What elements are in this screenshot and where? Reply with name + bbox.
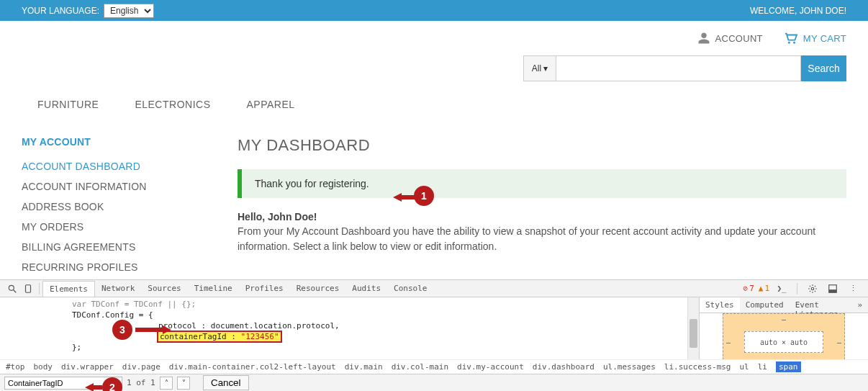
alert-text: Thank you for registering. [255, 178, 369, 189]
sidebar-item-account-info[interactable]: ACCOUNT INFORMATION [22, 176, 238, 197]
nav-item-electronics[interactable]: ELECTRONICS [135, 99, 210, 110]
sidebar-item-recurring[interactable]: RECURRING PROFILES [22, 257, 238, 277]
svg-point-0 [788, 42, 790, 44]
devtools-tab-timeline[interactable]: Timeline [188, 281, 239, 296]
success-alert: Thank you for registering. [238, 169, 846, 198]
find-cancel-button[interactable]: Cancel [203, 375, 249, 390]
svg-point-6 [811, 287, 814, 290]
devtools-tab-sources[interactable]: Sources [141, 281, 187, 296]
nav-item-furniture[interactable]: FURNITURE [37, 99, 99, 110]
devtools-tab-audits[interactable]: Audits [345, 281, 387, 296]
search-row: All ▾ Search [0, 55, 868, 89]
annotation-arrow-1 [393, 190, 415, 207]
devtools-findbar: 1 of 1 ˄ ˅ Cancel [0, 374, 868, 391]
annotation-callout-1: 1 [414, 186, 434, 206]
svg-rect-8 [829, 289, 837, 292]
sidebar-title: MY ACCOUNT [22, 136, 238, 148]
box-model: – – – – auto × auto [700, 313, 868, 359]
devtools-tab-network[interactable]: Network [95, 281, 141, 296]
event-listeners-tab[interactable]: Event Listeners [790, 297, 852, 313]
inspect-icon[interactable] [4, 281, 20, 297]
sidebar-item-address-book[interactable]: ADDRESS BOOK [22, 197, 238, 217]
account-link[interactable]: ACCOUNT [697, 32, 762, 45]
svg-point-3 [9, 285, 14, 290]
svg-line-4 [14, 289, 17, 292]
sidebar-item-dashboard[interactable]: ACCOUNT DASHBOARD [22, 156, 238, 176]
device-icon[interactable] [20, 281, 36, 297]
header-links: ACCOUNT MY CART [0, 21, 868, 55]
error-badge[interactable]: ⊘7 [743, 284, 754, 293]
dock-icon[interactable] [825, 281, 841, 297]
svg-rect-5 [26, 284, 31, 292]
search-button[interactable]: Search [801, 55, 846, 81]
language-select[interactable]: English [104, 4, 154, 18]
devtools-tab-profiles[interactable]: Profiles [239, 281, 290, 296]
svg-marker-9 [135, 325, 171, 334]
computed-tab[interactable]: Computed [740, 297, 790, 313]
sidebar-item-my-orders[interactable]: MY ORDERS [22, 217, 238, 237]
devtools-tab-resources[interactable]: Resources [290, 281, 346, 296]
search-input[interactable] [556, 55, 801, 81]
find-next-button[interactable]: ˅ [177, 377, 190, 390]
drawer-icon[interactable]: ❯_ [774, 281, 790, 297]
devtools-styles-pane: Styles Computed Event Listeners » – – – … [699, 297, 868, 359]
highlighted-code: containerTagId : "123456" [158, 332, 281, 341]
scrollbar[interactable] [687, 297, 699, 359]
annotation-3: 3 [112, 320, 171, 340]
top-bar: YOUR LANGUAGE: English WELCOME, JOHN DOE… [0, 0, 868, 21]
devtools-tabbar: Elements Network Sources Timeline Profil… [0, 280, 868, 297]
account-sidebar: MY ACCOUNT ACCOUNT DASHBOARD ACCOUNT INF… [22, 136, 238, 277]
page-heading: MY DASHBOARD [238, 136, 846, 155]
more-icon[interactable]: ⋮ [845, 281, 861, 297]
chevron-down-icon: ▾ [543, 63, 548, 73]
dashboard-description: From your My Account Dashboard you have … [238, 224, 846, 254]
svg-marker-10 [85, 383, 102, 391]
breadcrumb-selected[interactable]: span [776, 361, 801, 372]
svg-point-1 [793, 42, 795, 44]
find-counter: 1 of 1 [127, 378, 155, 387]
settings-icon[interactable] [805, 281, 820, 297]
devtools-tab-elements[interactable]: Elements [42, 281, 95, 297]
annotation-2: 2 [85, 377, 122, 391]
svg-marker-2 [393, 193, 415, 202]
cart-icon [783, 32, 799, 45]
sidebar-item-billing[interactable]: BILLING AGREEMENTS [22, 237, 238, 257]
warning-badge[interactable]: ▲1 [759, 284, 769, 293]
main-nav: FURNITURE ELECTRONICS APPAREL [0, 89, 868, 120]
styles-tab[interactable]: Styles [700, 297, 740, 313]
devtools-source-pane[interactable]: var TDConf = TDConf || {}; TDConf.Config… [0, 297, 687, 359]
language-label: YOUR LANGUAGE: [22, 6, 99, 16]
nav-item-apparel[interactable]: APPAREL [246, 99, 294, 110]
main-content: MY DASHBOARD Thank you for registering. … [238, 136, 846, 277]
devtools-tab-console[interactable]: Console [387, 281, 433, 296]
styles-more[interactable]: » [851, 297, 868, 313]
person-icon [697, 32, 710, 45]
cart-link[interactable]: MY CART [783, 32, 846, 45]
find-prev-button[interactable]: ˄ [160, 377, 173, 390]
search-scope-select[interactable]: All ▾ [523, 55, 556, 81]
welcome-text: WELCOME, JOHN DOE! [750, 6, 846, 16]
greeting: Hello, John Doe! [238, 211, 846, 223]
devtools-breadcrumb[interactable]: #top body div.wrapper div.page div.main-… [0, 359, 868, 374]
cart-label: MY CART [803, 33, 846, 44]
account-label: ACCOUNT [715, 33, 762, 44]
